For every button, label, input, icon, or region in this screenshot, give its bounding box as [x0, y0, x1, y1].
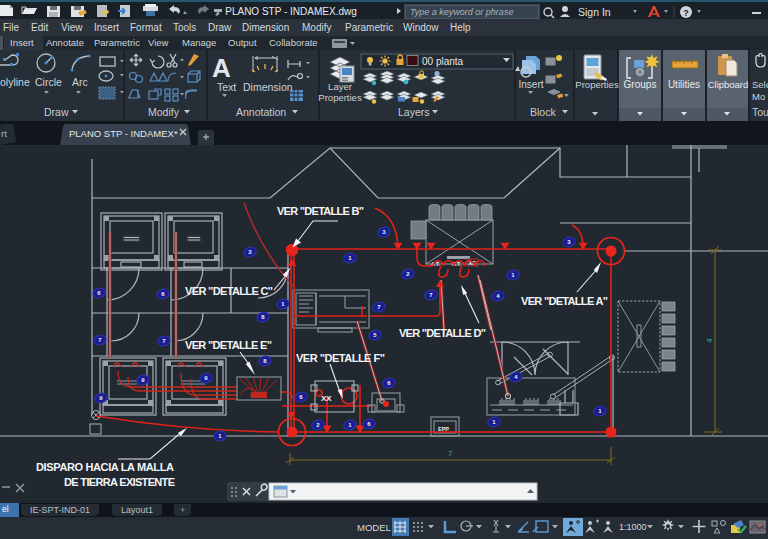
- svg-text:Arc: Arc: [72, 76, 88, 88]
- svg-text:Layers: Layers: [398, 106, 430, 118]
- svg-text:VER "DETALLE A": VER "DETALLE A": [521, 295, 608, 307]
- svg-text:DISPARO HACIA LA MALLA: DISPARO HACIA LA MALLA: [36, 461, 174, 473]
- svg-text:Block: Block: [530, 106, 556, 118]
- svg-text:Draw: Draw: [44, 106, 69, 118]
- svg-text:?: ?: [683, 8, 689, 18]
- svg-text:VER "DETALLE D": VER "DETALLE D": [399, 327, 486, 339]
- svg-text:Sign In: Sign In: [578, 6, 611, 18]
- svg-text:VER "DETALLE E": VER "DETALLE E": [185, 339, 272, 351]
- svg-text:Annotation: Annotation: [236, 106, 286, 118]
- svg-text:PLANO STP - INDAMEX*: PLANO STP - INDAMEX*: [69, 128, 178, 139]
- svg-text:00 planta: 00 planta: [422, 56, 464, 67]
- svg-text:A: A: [212, 53, 231, 83]
- svg-text:olyline: olyline: [0, 76, 30, 88]
- svg-text:Properties: Properties: [318, 92, 362, 103]
- svg-text:XX: XX: [321, 394, 332, 403]
- svg-text:MODEL: MODEL: [357, 522, 391, 533]
- svg-text:Tou: Tou: [752, 106, 768, 118]
- svg-text:1:1000: 1:1000: [619, 522, 647, 532]
- svg-text:Modify: Modify: [148, 106, 180, 118]
- svg-text:Sele: Sele: [752, 79, 768, 90]
- svg-text:7: 7: [448, 449, 453, 458]
- svg-text:Utilities: Utilities: [668, 79, 700, 90]
- svg-text:EPP: EPP: [438, 426, 449, 432]
- svg-text:VER "DETALLE C": VER "DETALLE C": [185, 285, 273, 297]
- svg-text:Properties: Properties: [575, 79, 619, 90]
- svg-text:rt: rt: [1, 128, 7, 139]
- svg-text:Mo: Mo: [752, 91, 765, 102]
- svg-text:Text: Text: [217, 81, 236, 93]
- svg-text:Insert: Insert: [518, 79, 543, 90]
- svg-text:Layer: Layer: [328, 81, 352, 92]
- svg-text:VER "DETALLE F": VER "DETALLE F": [296, 352, 385, 364]
- svg-text:Groups: Groups: [624, 79, 657, 90]
- svg-text:VER "DETALLE B": VER "DETALLE B": [277, 205, 364, 217]
- svg-text:Type a keyword or phrase: Type a keyword or phrase: [410, 7, 513, 17]
- svg-text:Circle: Circle: [35, 76, 62, 88]
- svg-text:4: 4: [705, 338, 714, 343]
- svg-text:PLANO STP - INDAMEX.dwg: PLANO STP - INDAMEX.dwg: [225, 6, 357, 17]
- svg-text:Dimension: Dimension: [243, 81, 293, 93]
- svg-text:Clipboard: Clipboard: [708, 79, 749, 90]
